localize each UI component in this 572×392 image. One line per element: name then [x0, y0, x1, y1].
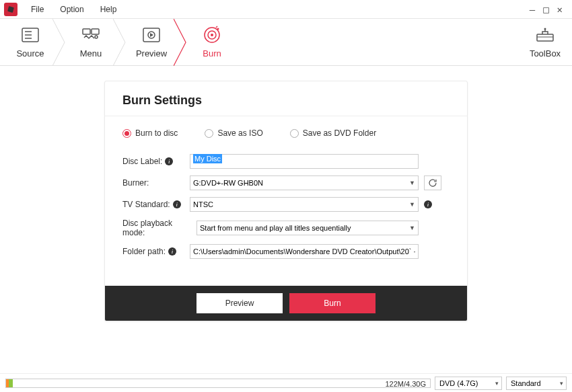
tab-source-label: Source	[16, 48, 44, 58]
radio-icon	[205, 129, 213, 138]
svg-point-12	[217, 28, 219, 30]
app-icon	[4, 3, 17, 16]
radio-burn-to-disc[interactable]: Burn to disc	[122, 128, 178, 138]
close-button[interactable]: ✕	[557, 4, 563, 15]
step-tabs: Source Menu Preview Burn ToolBox	[0, 19, 572, 66]
disc-type-select[interactable]: DVD (4.7G)	[435, 377, 502, 390]
burn-button[interactable]: Burn	[289, 293, 376, 313]
tab-toolbox[interactable]: ToolBox	[518, 19, 572, 65]
radio-label: Burn to disc	[135, 128, 178, 138]
menu-option[interactable]: Option	[52, 5, 92, 14]
preview-button[interactable]: Preview	[196, 293, 283, 313]
tv-standard-select[interactable]: NTSC▼	[190, 197, 419, 212]
burner-select[interactable]: G:DVD+-RW GHB0N▼	[190, 175, 419, 190]
capacity-label: 122M/4.30G	[385, 379, 426, 389]
info-icon[interactable]: i	[168, 247, 176, 256]
disc-label-input[interactable]: My Disc	[190, 154, 419, 169]
menu-file[interactable]: File	[23, 5, 52, 14]
status-bar: 122M/4.30G DVD (4.7G) Standard	[0, 373, 572, 392]
tab-preview[interactable]: Preview	[121, 19, 182, 65]
panel-title: Burn Settings	[122, 93, 450, 108]
toolbox-icon	[536, 26, 555, 44]
info-icon[interactable]: i	[424, 200, 432, 208]
capacity-fill	[6, 379, 13, 387]
radio-label: Save as ISO	[217, 128, 262, 138]
maximize-button[interactable]: □	[543, 4, 548, 15]
output-type-radios: Burn to disc Save as ISO Save as DVD Fol…	[122, 116, 450, 147]
preview-icon	[142, 26, 161, 44]
refresh-icon	[428, 178, 437, 188]
disc-label-label: Disc Label:	[122, 157, 162, 166]
minimize-button[interactable]: —	[530, 4, 535, 15]
radio-icon	[290, 129, 299, 138]
tab-menu[interactable]: Menu	[61, 19, 121, 65]
svg-rect-13	[537, 34, 553, 41]
svg-point-16	[544, 28, 546, 30]
svg-rect-5	[92, 29, 99, 34]
tab-burn-label: Burn	[203, 48, 221, 58]
burn-settings-panel: Burn Settings Burn to disc Save as ISO S…	[104, 81, 468, 321]
radio-label: Save as DVD Folder	[303, 128, 376, 138]
tab-source[interactable]: Source	[0, 19, 61, 65]
svg-point-6	[95, 36, 98, 38]
burn-icon	[203, 26, 221, 44]
playback-mode-select[interactable]: Start from menu and play all titles sequ…	[196, 221, 419, 235]
panel-footer: Preview Burn	[105, 286, 467, 321]
info-icon[interactable]: i	[173, 200, 181, 208]
chevron-down-icon: ▼	[409, 180, 415, 186]
menu-help[interactable]: Help	[92, 5, 125, 14]
tab-menu-label: Menu	[80, 48, 102, 58]
svg-rect-4	[83, 29, 90, 34]
tab-toolbox-label: ToolBox	[530, 48, 561, 58]
radio-save-as-iso[interactable]: Save as ISO	[205, 128, 262, 138]
folder-path-input[interactable]: C:\Users\admin\Documents\Wondershare DVD…	[190, 244, 419, 259]
source-icon	[21, 26, 40, 44]
chevron-down-icon: ▼	[409, 201, 415, 208]
capacity-bar: 122M/4.30G	[5, 379, 431, 388]
svg-point-11	[211, 34, 213, 36]
info-icon[interactable]: i	[165, 157, 173, 165]
tab-burn[interactable]: Burn	[182, 19, 242, 65]
refresh-button[interactable]	[424, 175, 441, 190]
burner-label: Burner:	[122, 178, 149, 188]
chevron-down-icon: ▼	[409, 225, 415, 231]
folder-path-label: Folder path:	[122, 247, 166, 256]
menu-icon	[81, 26, 100, 44]
quality-select[interactable]: Standard	[506, 377, 567, 390]
tab-preview-label: Preview	[136, 48, 167, 58]
tv-standard-label: TV Standard:	[122, 200, 170, 209]
radio-save-as-dvd-folder[interactable]: Save as DVD Folder	[290, 128, 376, 138]
radio-icon	[122, 129, 131, 138]
title-bar: File Option Help — □ ✕	[0, 0, 572, 19]
playback-mode-label: Disc playback mode:	[122, 219, 196, 237]
